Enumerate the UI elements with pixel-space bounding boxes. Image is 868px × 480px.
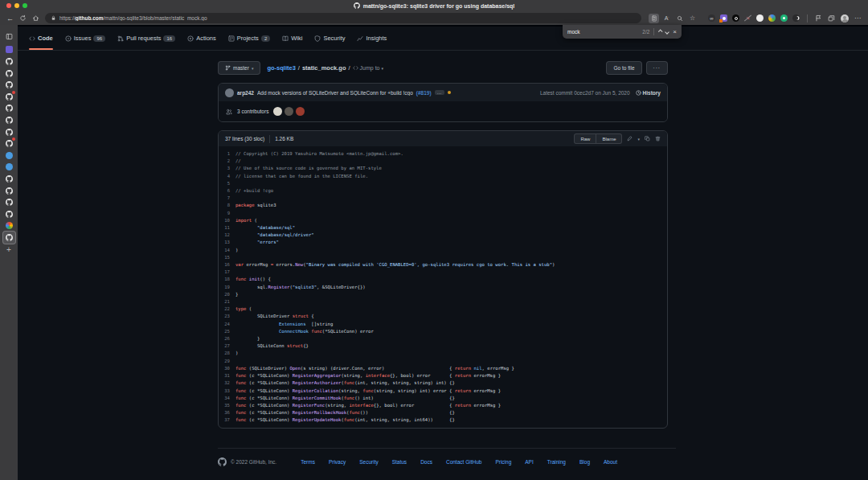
line-number[interactable]: 2: [219, 158, 235, 165]
line-number[interactable]: 26: [219, 335, 235, 343]
repo-tab-pull-requests[interactable]: Pull requests16: [117, 27, 175, 50]
commit-expand-button[interactable]: …: [435, 90, 445, 95]
favorites-star-icon[interactable]: ☆: [687, 14, 698, 23]
extension-green-circle-icon[interactable]: [780, 14, 788, 22]
line-number[interactable]: 25: [219, 328, 235, 335]
line-number[interactable]: 7: [219, 195, 235, 202]
footer-link-about[interactable]: About: [604, 459, 617, 465]
line-number[interactable]: 12: [219, 232, 235, 239]
line-number[interactable]: 18: [219, 276, 235, 283]
breadcrumb-repo-link[interactable]: go-sqlite3: [267, 64, 295, 72]
line-number[interactable]: 9: [219, 210, 235, 217]
edit-dropdown-caret[interactable]: ▾: [637, 137, 640, 142]
line-number[interactable]: 8: [219, 202, 235, 209]
vertical-tab[interactable]: [3, 68, 15, 80]
line-number[interactable]: 37: [219, 416, 235, 424]
vertical-tab[interactable]: [3, 103, 15, 115]
extension-dark-infinity-icon[interactable]: ∞: [708, 14, 715, 22]
branch-selector-button[interactable]: master ▾: [218, 61, 260, 75]
vertical-tab[interactable]: [3, 137, 15, 150]
find-close-button[interactable]: ×: [673, 28, 677, 35]
line-number[interactable]: 17: [219, 269, 235, 276]
commit-author-link[interactable]: arp242: [237, 90, 254, 96]
line-number[interactable]: 30: [219, 365, 235, 372]
line-number[interactable]: 32: [219, 379, 235, 387]
copy-icon[interactable]: [645, 136, 650, 142]
line-number[interactable]: 1: [219, 150, 235, 158]
repo-tab-issues[interactable]: Issues96: [65, 27, 105, 50]
repo-tab-actions[interactable]: Actions: [187, 27, 216, 50]
line-number[interactable]: 19: [219, 284, 235, 291]
vertical-tab[interactable]: [3, 173, 15, 185]
line-number[interactable]: 28: [219, 350, 235, 357]
line-number[interactable]: 21: [219, 298, 235, 306]
extension-multi-circle-icon[interactable]: [768, 14, 776, 22]
home-button[interactable]: [32, 14, 39, 22]
find-query[interactable]: mock: [567, 29, 638, 35]
line-number[interactable]: 3: [219, 165, 235, 172]
read-aloud-icon[interactable]: Aʻ: [661, 14, 672, 23]
commit-author-avatar[interactable]: [225, 88, 234, 97]
vertical-tab[interactable]: [3, 208, 15, 220]
vertical-tab[interactable]: [3, 114, 15, 126]
repo-tab-insights[interactable]: Insights: [357, 27, 387, 50]
line-number[interactable]: 23: [219, 313, 235, 320]
vertical-tab[interactable]: [3, 150, 15, 162]
extension-black-ring-icon[interactable]: [732, 14, 739, 22]
contributor-avatar[interactable]: [273, 107, 282, 116]
line-number[interactable]: 4: [219, 173, 235, 180]
go-to-file-button[interactable]: Go to file: [606, 61, 641, 75]
line-number[interactable]: 14: [219, 247, 235, 254]
commit-status-dot[interactable]: [448, 91, 451, 94]
vertical-tab[interactable]: [3, 196, 15, 208]
line-number[interactable]: 15: [219, 254, 235, 261]
extension-dark-crescent-icon[interactable]: [792, 14, 800, 22]
collections-icon[interactable]: [828, 14, 835, 22]
contributors-label[interactable]: 3 contributors: [237, 109, 268, 114]
favorites-bar-icon[interactable]: [815, 14, 822, 22]
line-number[interactable]: 10: [219, 217, 235, 224]
extension-white-circle-icon[interactable]: [756, 14, 764, 22]
url-text[interactable]: https://github.com/mattn/go-sqlite3/blob…: [59, 15, 207, 21]
line-number[interactable]: 36: [219, 409, 235, 416]
footer-link-status[interactable]: Status: [392, 459, 407, 465]
history-button[interactable]: History: [636, 90, 661, 96]
vertical-tab[interactable]: [3, 162, 15, 174]
vertical-tab[interactable]: [3, 126, 15, 138]
code-view[interactable]: 1// Copyright (C) 2019 Yasuhiro Matsumot…: [219, 146, 667, 428]
commit-hash[interactable]: 0cec2d7: [574, 90, 594, 96]
address-bar[interactable]: https://github.com/mattn/go-sqlite3/blob…: [45, 13, 641, 23]
footer-link-terms[interactable]: Terms: [301, 459, 315, 465]
repo-tab-code[interactable]: Code: [29, 27, 53, 50]
browser-menu-button[interactable]: ⋯: [854, 14, 862, 22]
line-number[interactable]: 31: [219, 372, 235, 379]
line-number[interactable]: 29: [219, 358, 235, 365]
blame-button[interactable]: Blame: [596, 133, 622, 144]
raw-button[interactable]: Raw: [574, 133, 596, 144]
contributor-avatar[interactable]: [285, 107, 293, 116]
jump-to-dropdown[interactable]: Jump to ▾: [353, 65, 383, 71]
line-number[interactable]: 24: [219, 321, 235, 328]
new-tab-button[interactable]: +: [6, 245, 11, 254]
vertical-tab[interactable]: [3, 91, 15, 103]
commit-message[interactable]: Add mock versions of SQLiteDriver and SQ…: [257, 90, 413, 96]
line-number[interactable]: 16: [219, 261, 235, 269]
footer-link-security[interactable]: Security: [359, 459, 378, 465]
find-in-page-bar[interactable]: mock 2/2 ×: [563, 25, 682, 39]
line-number[interactable]: 22: [219, 306, 235, 313]
line-number[interactable]: 11: [219, 224, 235, 232]
zoom-icon[interactable]: [674, 14, 685, 23]
repo-tab-security[interactable]: Security: [314, 27, 345, 50]
vertical-tab[interactable]: [3, 185, 15, 197]
extension-pink-x-icon[interactable]: ×: [744, 14, 751, 22]
find-previous-button[interactable]: [658, 29, 663, 34]
contributor-avatar[interactable]: [296, 107, 305, 116]
repo-tab-projects[interactable]: Projects2: [228, 27, 270, 50]
vertical-tab[interactable]: [3, 79, 15, 91]
footer-link-blog[interactable]: Blog: [579, 459, 590, 465]
line-number[interactable]: 27: [219, 343, 235, 350]
line-number[interactable]: 6: [219, 187, 235, 195]
delete-file-icon[interactable]: [655, 136, 661, 142]
vertical-tab-active[interactable]: [3, 232, 15, 244]
edit-pencil-icon[interactable]: [627, 136, 633, 142]
